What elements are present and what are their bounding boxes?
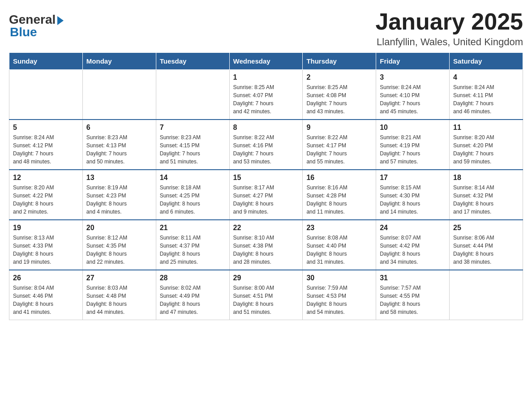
day-info: Sunrise: 8:00 AM Sunset: 4:51 PM Dayligh… (233, 284, 299, 316)
calendar-week-row: 5Sunrise: 8:24 AM Sunset: 4:12 PM Daylig… (9, 120, 523, 170)
calendar-day-14: 14Sunrise: 8:18 AM Sunset: 4:25 PM Dayli… (156, 170, 229, 220)
day-info: Sunrise: 7:57 AM Sunset: 4:55 PM Dayligh… (380, 284, 446, 316)
calendar-day-17: 17Sunrise: 8:15 AM Sunset: 4:30 PM Dayli… (376, 170, 450, 220)
logo-general-text: General (9, 13, 56, 26)
day-info: Sunrise: 8:19 AM Sunset: 4:23 PM Dayligh… (86, 184, 152, 216)
calendar-day-31: 31Sunrise: 7:57 AM Sunset: 4:55 PM Dayli… (376, 270, 450, 320)
calendar-day-7: 7Sunrise: 8:23 AM Sunset: 4:15 PM Daylig… (156, 120, 229, 170)
day-number: 16 (306, 174, 372, 182)
day-number: 25 (453, 224, 519, 232)
day-info: Sunrise: 8:11 AM Sunset: 4:37 PM Dayligh… (160, 234, 226, 266)
location-text: Llanfyllin, Wales, United Kingdom (375, 36, 523, 48)
calendar-day-23: 23Sunrise: 8:08 AM Sunset: 4:40 PM Dayli… (303, 220, 376, 270)
day-info: Sunrise: 8:23 AM Sunset: 4:13 PM Dayligh… (86, 133, 152, 166)
calendar-empty-cell (156, 70, 229, 120)
calendar-day-4: 4Sunrise: 8:24 AM Sunset: 4:11 PM Daylig… (450, 70, 523, 120)
day-number: 31 (380, 274, 446, 282)
calendar-header-sunday: Sunday (9, 53, 83, 70)
day-info: Sunrise: 8:17 AM Sunset: 4:27 PM Dayligh… (233, 184, 299, 216)
day-info: Sunrise: 8:24 AM Sunset: 4:10 PM Dayligh… (380, 83, 446, 116)
calendar-week-row: 26Sunrise: 8:04 AM Sunset: 4:46 PM Dayli… (9, 270, 523, 320)
day-number: 12 (13, 174, 79, 182)
logo: General Blue (9, 13, 64, 39)
calendar-empty-cell (82, 70, 156, 120)
day-info: Sunrise: 8:08 AM Sunset: 4:40 PM Dayligh… (306, 234, 372, 266)
calendar-day-30: 30Sunrise: 7:59 AM Sunset: 4:53 PM Dayli… (303, 270, 376, 320)
day-info: Sunrise: 8:03 AM Sunset: 4:48 PM Dayligh… (86, 284, 152, 316)
day-info: Sunrise: 8:24 AM Sunset: 4:11 PM Dayligh… (453, 83, 519, 116)
calendar-header-wednesday: Wednesday (229, 53, 303, 70)
calendar-day-21: 21Sunrise: 8:11 AM Sunset: 4:37 PM Dayli… (156, 220, 229, 270)
day-info: Sunrise: 8:25 AM Sunset: 4:07 PM Dayligh… (233, 83, 299, 116)
calendar-day-20: 20Sunrise: 8:12 AM Sunset: 4:35 PM Dayli… (82, 220, 156, 270)
day-number: 24 (380, 224, 446, 232)
calendar-day-1: 1Sunrise: 8:25 AM Sunset: 4:07 PM Daylig… (229, 70, 303, 120)
calendar-day-2: 2Sunrise: 8:25 AM Sunset: 4:08 PM Daylig… (303, 70, 376, 120)
day-info: Sunrise: 8:21 AM Sunset: 4:19 PM Dayligh… (380, 133, 446, 166)
day-number: 5 (13, 124, 79, 132)
day-number: 18 (453, 174, 519, 182)
day-number: 8 (233, 124, 299, 132)
calendar-empty-cell (450, 270, 523, 320)
calendar-header-saturday: Saturday (450, 53, 523, 70)
day-number: 6 (86, 124, 152, 132)
calendar-day-10: 10Sunrise: 8:21 AM Sunset: 4:19 PM Dayli… (376, 120, 450, 170)
day-info: Sunrise: 8:22 AM Sunset: 4:17 PM Dayligh… (306, 133, 372, 166)
day-number: 29 (233, 274, 299, 282)
day-number: 1 (233, 73, 299, 81)
day-info: Sunrise: 8:22 AM Sunset: 4:16 PM Dayligh… (233, 133, 299, 166)
calendar-day-16: 16Sunrise: 8:16 AM Sunset: 4:28 PM Dayli… (303, 170, 376, 220)
calendar-day-18: 18Sunrise: 8:14 AM Sunset: 4:32 PM Dayli… (450, 170, 523, 220)
day-number: 3 (380, 73, 446, 81)
day-info: Sunrise: 8:15 AM Sunset: 4:30 PM Dayligh… (380, 184, 446, 216)
day-number: 11 (453, 124, 519, 132)
day-number: 28 (160, 274, 226, 282)
day-info: Sunrise: 8:12 AM Sunset: 4:35 PM Dayligh… (86, 234, 152, 266)
day-number: 21 (160, 224, 226, 232)
calendar-day-6: 6Sunrise: 8:23 AM Sunset: 4:13 PM Daylig… (82, 120, 156, 170)
day-number: 7 (160, 124, 226, 132)
day-number: 14 (160, 174, 226, 182)
calendar-day-19: 19Sunrise: 8:13 AM Sunset: 4:33 PM Dayli… (9, 220, 83, 270)
calendar-week-row: 12Sunrise: 8:20 AM Sunset: 4:22 PM Dayli… (9, 170, 523, 220)
calendar-day-27: 27Sunrise: 8:03 AM Sunset: 4:48 PM Dayli… (82, 270, 156, 320)
calendar-day-11: 11Sunrise: 8:20 AM Sunset: 4:20 PM Dayli… (450, 120, 523, 170)
day-info: Sunrise: 7:59 AM Sunset: 4:53 PM Dayligh… (306, 284, 372, 316)
calendar-week-row: 1Sunrise: 8:25 AM Sunset: 4:07 PM Daylig… (9, 70, 523, 120)
calendar-empty-cell (9, 70, 83, 120)
day-info: Sunrise: 8:23 AM Sunset: 4:15 PM Dayligh… (160, 133, 226, 166)
calendar-day-25: 25Sunrise: 8:06 AM Sunset: 4:44 PM Dayli… (450, 220, 523, 270)
day-info: Sunrise: 8:14 AM Sunset: 4:32 PM Dayligh… (453, 184, 519, 216)
day-number: 4 (453, 73, 519, 81)
calendar-header-monday: Monday (82, 53, 156, 70)
day-number: 17 (380, 174, 446, 182)
day-number: 23 (306, 224, 372, 232)
day-info: Sunrise: 8:20 AM Sunset: 4:20 PM Dayligh… (453, 133, 519, 166)
day-info: Sunrise: 8:10 AM Sunset: 4:38 PM Dayligh… (233, 234, 299, 266)
day-number: 2 (306, 73, 372, 81)
day-info: Sunrise: 8:24 AM Sunset: 4:12 PM Dayligh… (13, 133, 79, 166)
day-info: Sunrise: 8:20 AM Sunset: 4:22 PM Dayligh… (13, 184, 79, 216)
day-info: Sunrise: 8:25 AM Sunset: 4:08 PM Dayligh… (306, 83, 372, 116)
calendar-table: SundayMondayTuesdayWednesdayThursdayFrid… (9, 52, 523, 320)
day-number: 19 (13, 224, 79, 232)
day-number: 9 (306, 124, 372, 132)
calendar-day-29: 29Sunrise: 8:00 AM Sunset: 4:51 PM Dayli… (229, 270, 303, 320)
day-info: Sunrise: 8:02 AM Sunset: 4:49 PM Dayligh… (160, 284, 226, 316)
calendar-day-26: 26Sunrise: 8:04 AM Sunset: 4:46 PM Dayli… (9, 270, 83, 320)
calendar-day-3: 3Sunrise: 8:24 AM Sunset: 4:10 PM Daylig… (376, 70, 450, 120)
calendar-day-12: 12Sunrise: 8:20 AM Sunset: 4:22 PM Dayli… (9, 170, 83, 220)
day-number: 26 (13, 274, 79, 282)
calendar-header-row: SundayMondayTuesdayWednesdayThursdayFrid… (9, 53, 523, 70)
day-info: Sunrise: 8:07 AM Sunset: 4:42 PM Dayligh… (380, 234, 446, 266)
calendar-day-5: 5Sunrise: 8:24 AM Sunset: 4:12 PM Daylig… (9, 120, 83, 170)
logo-blue-text: Blue (10, 26, 64, 39)
page-header: General Blue January 2025 Llanfyllin, Wa… (9, 9, 523, 48)
day-number: 13 (86, 174, 152, 182)
calendar-day-22: 22Sunrise: 8:10 AM Sunset: 4:38 PM Dayli… (229, 220, 303, 270)
day-info: Sunrise: 8:16 AM Sunset: 4:28 PM Dayligh… (306, 184, 372, 216)
day-number: 15 (233, 174, 299, 182)
calendar-day-28: 28Sunrise: 8:02 AM Sunset: 4:49 PM Dayli… (156, 270, 229, 320)
calendar-week-row: 19Sunrise: 8:13 AM Sunset: 4:33 PM Dayli… (9, 220, 523, 270)
calendar-day-9: 9Sunrise: 8:22 AM Sunset: 4:17 PM Daylig… (303, 120, 376, 170)
